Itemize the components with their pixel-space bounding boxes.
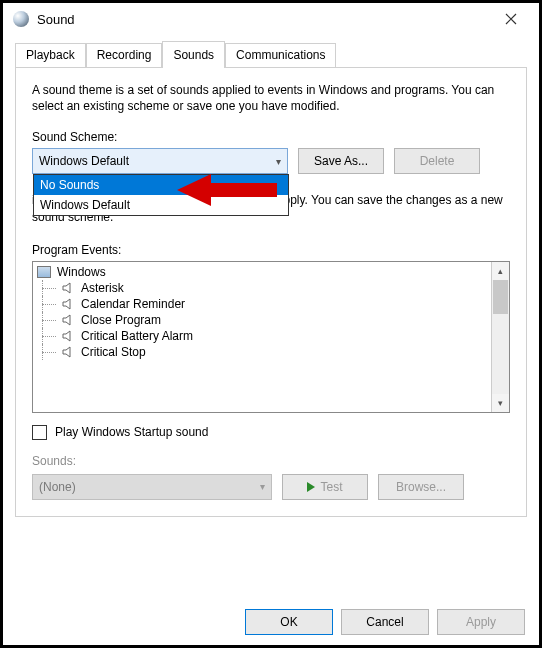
startup-sound-label: Play Windows Startup sound bbox=[55, 425, 208, 439]
delete-button[interactable]: Delete bbox=[394, 148, 480, 174]
speaker-icon bbox=[61, 313, 75, 327]
window-title: Sound bbox=[37, 12, 75, 27]
close-button[interactable] bbox=[491, 5, 531, 33]
sound-icon bbox=[13, 11, 29, 27]
tab-communications[interactable]: Communications bbox=[225, 43, 336, 67]
sound-scheme-combobox[interactable]: Windows Default ▾ No Sounds Windows Defa… bbox=[32, 148, 288, 174]
event-label: Critical Stop bbox=[81, 345, 146, 359]
event-item[interactable]: Asterisk bbox=[33, 280, 491, 296]
combo-value: Windows Default bbox=[39, 154, 129, 168]
ok-button[interactable]: OK bbox=[245, 609, 333, 635]
event-label: Critical Battery Alarm bbox=[81, 329, 193, 343]
event-item[interactable]: Critical Battery Alarm bbox=[33, 328, 491, 344]
windows-icon bbox=[37, 266, 51, 278]
cancel-button[interactable]: Cancel bbox=[341, 609, 429, 635]
speaker-icon bbox=[61, 329, 75, 343]
events-root-label: Windows bbox=[57, 265, 106, 279]
events-label: Program Events: bbox=[32, 243, 510, 257]
button-label: Cancel bbox=[366, 615, 403, 629]
button-label: Apply bbox=[466, 615, 496, 629]
button-label: Test bbox=[320, 480, 342, 494]
events-scrollbar[interactable]: ▴ ▾ bbox=[491, 262, 509, 412]
scroll-up-icon[interactable]: ▴ bbox=[492, 262, 509, 280]
event-label: Asterisk bbox=[81, 281, 124, 295]
scheme-label: Sound Scheme: bbox=[32, 130, 510, 144]
sound-scheme-dropdown: No Sounds Windows Default bbox=[33, 174, 289, 216]
event-item[interactable]: Close Program bbox=[33, 312, 491, 328]
browse-button: Browse... bbox=[378, 474, 464, 500]
close-icon bbox=[505, 13, 517, 25]
button-label: Delete bbox=[420, 154, 455, 168]
play-icon bbox=[307, 482, 315, 492]
event-item[interactable]: Critical Stop bbox=[33, 344, 491, 360]
tab-label: Communications bbox=[236, 48, 325, 62]
tab-playback[interactable]: Playback bbox=[15, 43, 86, 67]
startup-sound-checkbox[interactable] bbox=[32, 425, 47, 440]
sounds-combobox: (None) ▾ bbox=[32, 474, 272, 500]
tab-sounds[interactable]: Sounds bbox=[162, 41, 225, 68]
chevron-down-icon: ▾ bbox=[276, 156, 281, 167]
tab-label: Playback bbox=[26, 48, 75, 62]
scroll-down-icon[interactable]: ▾ bbox=[492, 394, 509, 412]
tab-recording[interactable]: Recording bbox=[86, 43, 163, 67]
option-label: No Sounds bbox=[40, 178, 99, 192]
program-events-list[interactable]: Windows Asterisk Calendar Reminder Close… bbox=[32, 261, 510, 413]
speaker-icon bbox=[61, 297, 75, 311]
event-label: Close Program bbox=[81, 313, 161, 327]
dialog-footer: OK Cancel Apply bbox=[245, 609, 525, 635]
scroll-thumb[interactable] bbox=[493, 280, 508, 314]
speaker-icon bbox=[61, 345, 75, 359]
titlebar: Sound bbox=[3, 3, 539, 35]
sounds-panel: A sound theme is a set of sounds applied… bbox=[15, 67, 527, 517]
tab-bar: Playback Recording Sounds Communications bbox=[15, 41, 527, 67]
option-label: Windows Default bbox=[40, 198, 130, 212]
combo-value: (None) bbox=[39, 480, 76, 494]
event-label: Calendar Reminder bbox=[81, 297, 185, 311]
button-label: Save As... bbox=[314, 154, 368, 168]
tab-label: Sounds bbox=[173, 48, 214, 62]
events-root-windows[interactable]: Windows bbox=[33, 264, 491, 280]
scheme-description: A sound theme is a set of sounds applied… bbox=[32, 82, 510, 114]
speaker-icon bbox=[61, 281, 75, 295]
button-label: OK bbox=[280, 615, 297, 629]
tab-label: Recording bbox=[97, 48, 152, 62]
test-button: Test bbox=[282, 474, 368, 500]
apply-button[interactable]: Apply bbox=[437, 609, 525, 635]
scheme-option-no-sounds[interactable]: No Sounds bbox=[34, 175, 288, 195]
button-label: Browse... bbox=[396, 480, 446, 494]
save-as-button[interactable]: Save As... bbox=[298, 148, 384, 174]
sounds-label: Sounds: bbox=[32, 454, 510, 468]
chevron-down-icon: ▾ bbox=[260, 481, 265, 492]
event-item[interactable]: Calendar Reminder bbox=[33, 296, 491, 312]
scheme-option-windows-default[interactable]: Windows Default bbox=[34, 195, 288, 215]
